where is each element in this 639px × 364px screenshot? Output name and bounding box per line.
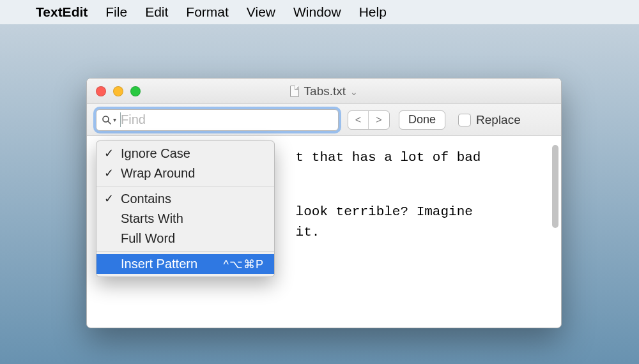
replace-checkbox[interactable] bbox=[458, 114, 471, 126]
replace-label: Replace bbox=[476, 113, 521, 127]
menu-item-label: Starts With bbox=[121, 211, 183, 225]
chevron-down-icon: ⌄ bbox=[350, 87, 358, 97]
menu-window[interactable]: Window bbox=[293, 4, 341, 20]
menu-item-wrap-around[interactable]: ✓ Wrap Around bbox=[96, 163, 274, 183]
menu-item-label: Contains bbox=[121, 192, 171, 206]
menu-item-ignore-case[interactable]: ✓ Ignore Case bbox=[96, 144, 274, 163]
prev-next-group: < > bbox=[348, 110, 390, 130]
find-previous-button[interactable]: < bbox=[348, 111, 369, 129]
menu-format[interactable]: Format bbox=[186, 4, 229, 20]
menu-item-insert-pattern[interactable]: Insert Pattern ^⌥⌘P bbox=[96, 254, 274, 274]
chevron-down-icon: ▾ bbox=[113, 116, 116, 123]
svg-line-1 bbox=[108, 121, 111, 124]
checkmark-icon: ✓ bbox=[104, 166, 114, 180]
app-menu[interactable]: TextEdit bbox=[36, 4, 88, 20]
checkmark-icon: ✓ bbox=[104, 192, 114, 206]
search-options-button[interactable]: ▾ bbox=[102, 115, 116, 125]
find-next-button[interactable]: > bbox=[369, 111, 389, 129]
menu-item-starts-with[interactable]: Starts With bbox=[96, 209, 274, 229]
menu-item-label: Ignore Case bbox=[121, 146, 190, 160]
search-icon bbox=[102, 115, 112, 125]
menu-divider bbox=[96, 186, 274, 186]
find-bar: ▾ < > Done Replace bbox=[87, 104, 561, 136]
done-button[interactable]: Done bbox=[399, 110, 445, 130]
replace-toggle-wrap: Replace bbox=[458, 113, 521, 127]
titlebar[interactable]: Tabs.txt ⌄ bbox=[87, 79, 561, 104]
menu-item-contains[interactable]: ✓ Contains bbox=[96, 189, 274, 209]
system-menubar: TextEdit File Edit Format View Window He… bbox=[0, 0, 639, 24]
keyboard-shortcut: ^⌥⌘P bbox=[224, 257, 264, 271]
title-center: Tabs.txt ⌄ bbox=[87, 84, 561, 98]
checkmark-icon: ✓ bbox=[104, 146, 114, 160]
document-icon[interactable] bbox=[290, 86, 299, 97]
menu-edit[interactable]: Edit bbox=[145, 4, 168, 20]
find-input[interactable] bbox=[120, 112, 333, 127]
find-options-popover: ✓ Ignore Case ✓ Wrap Around ✓ Contains S… bbox=[96, 140, 275, 277]
menu-item-label: Full Word bbox=[121, 231, 175, 245]
menu-item-label: Insert Pattern bbox=[121, 257, 197, 271]
menu-divider bbox=[96, 251, 274, 252]
menu-item-label: Wrap Around bbox=[121, 166, 195, 180]
menu-file[interactable]: File bbox=[105, 4, 127, 20]
menu-help[interactable]: Help bbox=[359, 4, 387, 20]
window-title[interactable]: Tabs.txt ⌄ bbox=[304, 84, 358, 98]
document-name: Tabs.txt bbox=[304, 84, 346, 98]
menu-item-full-word[interactable]: Full Word bbox=[96, 229, 274, 248]
search-field-wrap[interactable]: ▾ bbox=[96, 109, 339, 131]
scrollbar[interactable] bbox=[552, 145, 558, 228]
menu-view[interactable]: View bbox=[247, 4, 275, 20]
